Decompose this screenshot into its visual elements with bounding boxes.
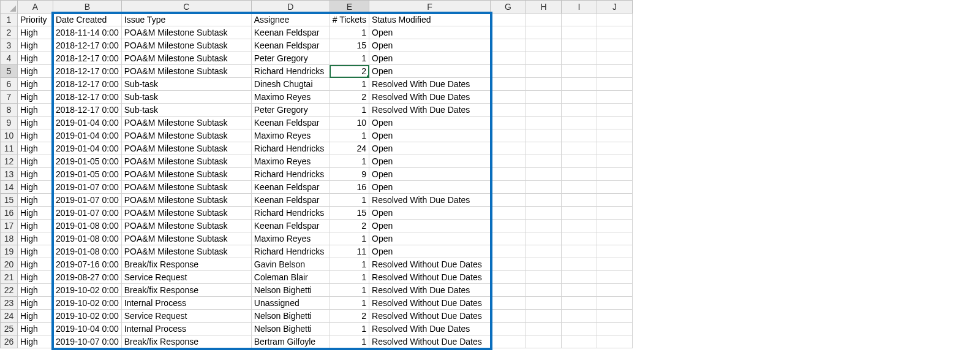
cell-F15[interactable]: Resolved With Due Dates xyxy=(369,194,491,207)
cell-F23[interactable]: Resolved Without Due Dates xyxy=(369,297,491,310)
cell-C26[interactable]: Break/fix Response xyxy=(121,335,251,348)
cell-F20[interactable]: Resolved Without Due Dates xyxy=(369,258,491,271)
cell-H23[interactable] xyxy=(526,297,562,310)
cell-H12[interactable] xyxy=(526,155,562,168)
row-header-17[interactable]: 17 xyxy=(1,220,18,232)
cell-F6[interactable]: Resolved With Due Dates xyxy=(369,78,491,91)
cell-F17[interactable]: Open xyxy=(369,220,491,232)
cell-E21[interactable]: 1 xyxy=(330,271,369,284)
cell-G26[interactable] xyxy=(491,335,526,348)
cell-E26[interactable]: 1 xyxy=(330,335,369,348)
cell-J19[interactable] xyxy=(597,245,633,258)
cell-A18[interactable]: High xyxy=(18,232,53,245)
cell-I21[interactable] xyxy=(562,271,597,284)
cell-F13[interactable]: Open xyxy=(369,168,491,181)
cell-D5[interactable]: Richard Hendricks xyxy=(251,65,330,78)
cell-H9[interactable] xyxy=(526,117,562,129)
cell-I23[interactable] xyxy=(562,297,597,310)
cell-J5[interactable] xyxy=(597,65,633,78)
cell-F4[interactable]: Open xyxy=(369,52,491,65)
cell-H14[interactable] xyxy=(526,181,562,194)
cell-H8[interactable] xyxy=(526,104,562,117)
cell-H11[interactable] xyxy=(526,142,562,155)
cell-H3[interactable] xyxy=(526,39,562,52)
cell-B20[interactable]: 2019-07-16 0:00 xyxy=(53,258,122,271)
cell-C24[interactable]: Service Request xyxy=(121,310,251,323)
cell-D25[interactable]: Nelson Bighetti xyxy=(251,323,330,335)
cell-G1[interactable] xyxy=(491,13,526,26)
cell-A15[interactable]: High xyxy=(18,194,53,207)
cell-H4[interactable] xyxy=(526,52,562,65)
cell-A7[interactable]: High xyxy=(18,91,53,104)
cell-F10[interactable]: Open xyxy=(369,129,491,142)
cell-F3[interactable]: Open xyxy=(369,39,491,52)
cell-D4[interactable]: Peter Gregory xyxy=(251,52,330,65)
cell-E20[interactable]: 1 xyxy=(330,258,369,271)
row-header-26[interactable]: 26 xyxy=(1,335,18,348)
cell-H25[interactable] xyxy=(526,323,562,335)
cell-F22[interactable]: Resolved With Due Dates xyxy=(369,284,491,297)
col-header-J[interactable]: J xyxy=(597,1,633,13)
cell-F18[interactable]: Open xyxy=(369,232,491,245)
cell-H13[interactable] xyxy=(526,168,562,181)
cell-D19[interactable]: Richard Hendricks xyxy=(251,245,330,258)
cell-J15[interactable] xyxy=(597,194,633,207)
row-header-18[interactable]: 18 xyxy=(1,232,18,245)
cell-I16[interactable] xyxy=(562,207,597,220)
cell-G18[interactable] xyxy=(491,232,526,245)
cell-I12[interactable] xyxy=(562,155,597,168)
cell-J23[interactable] xyxy=(597,297,633,310)
cell-C15[interactable]: POA&M Milestone Subtask xyxy=(121,194,251,207)
cell-J13[interactable] xyxy=(597,168,633,181)
cell-F8[interactable]: Resolved With Due Dates xyxy=(369,104,491,117)
cell-D12[interactable]: Maximo Reyes xyxy=(251,155,330,168)
cell-A21[interactable]: High xyxy=(18,271,53,284)
cell-I6[interactable] xyxy=(562,78,597,91)
cell-J2[interactable] xyxy=(597,26,633,39)
cell-H24[interactable] xyxy=(526,310,562,323)
cell-C19[interactable]: POA&M Milestone Subtask xyxy=(121,245,251,258)
cell-A12[interactable]: High xyxy=(18,155,53,168)
cell-G4[interactable] xyxy=(491,52,526,65)
cell-E18[interactable]: 1 xyxy=(330,232,369,245)
cell-A24[interactable]: High xyxy=(18,310,53,323)
cell-E23[interactable]: 1 xyxy=(330,297,369,310)
cell-I17[interactable] xyxy=(562,220,597,232)
cell-J21[interactable] xyxy=(597,271,633,284)
cell-E4[interactable]: 1 xyxy=(330,52,369,65)
row-header-19[interactable]: 19 xyxy=(1,245,18,258)
cell-C18[interactable]: POA&M Milestone Subtask xyxy=(121,232,251,245)
cell-F24[interactable]: Resolved Without Due Dates xyxy=(369,310,491,323)
cell-B6[interactable]: 2018-12-17 0:00 xyxy=(53,78,122,91)
cell-A19[interactable]: High xyxy=(18,245,53,258)
cell-E16[interactable]: 15 xyxy=(330,207,369,220)
cell-F14[interactable]: Open xyxy=(369,181,491,194)
cell-I25[interactable] xyxy=(562,323,597,335)
cell-J3[interactable] xyxy=(597,39,633,52)
row-header-7[interactable]: 7 xyxy=(1,91,18,104)
row-header-8[interactable]: 8 xyxy=(1,104,18,117)
cell-C12[interactable]: POA&M Milestone Subtask xyxy=(121,155,251,168)
cell-H6[interactable] xyxy=(526,78,562,91)
cell-A23[interactable]: High xyxy=(18,297,53,310)
cell-E9[interactable]: 10 xyxy=(330,117,369,129)
cell-E8[interactable]: 1 xyxy=(330,104,369,117)
cell-I4[interactable] xyxy=(562,52,597,65)
cell-J4[interactable] xyxy=(597,52,633,65)
cell-I24[interactable] xyxy=(562,310,597,323)
cell-B18[interactable]: 2019-01-08 0:00 xyxy=(53,232,122,245)
cell-C1[interactable]: Issue Type xyxy=(121,13,251,26)
cell-D21[interactable]: Coleman Blair xyxy=(251,271,330,284)
cell-H21[interactable] xyxy=(526,271,562,284)
cell-D9[interactable]: Keenan Feldspar xyxy=(251,117,330,129)
cell-D1[interactable]: Assignee xyxy=(251,13,330,26)
cell-G6[interactable] xyxy=(491,78,526,91)
cell-D2[interactable]: Keenan Feldspar xyxy=(251,26,330,39)
cell-B9[interactable]: 2019-01-04 0:00 xyxy=(53,117,122,129)
cell-G12[interactable] xyxy=(491,155,526,168)
cell-J1[interactable] xyxy=(597,13,633,26)
cell-I20[interactable] xyxy=(562,258,597,271)
cell-D3[interactable]: Keenan Feldspar xyxy=(251,39,330,52)
cell-C5[interactable]: POA&M Milestone Subtask xyxy=(121,65,251,78)
col-header-I[interactable]: I xyxy=(562,1,597,13)
